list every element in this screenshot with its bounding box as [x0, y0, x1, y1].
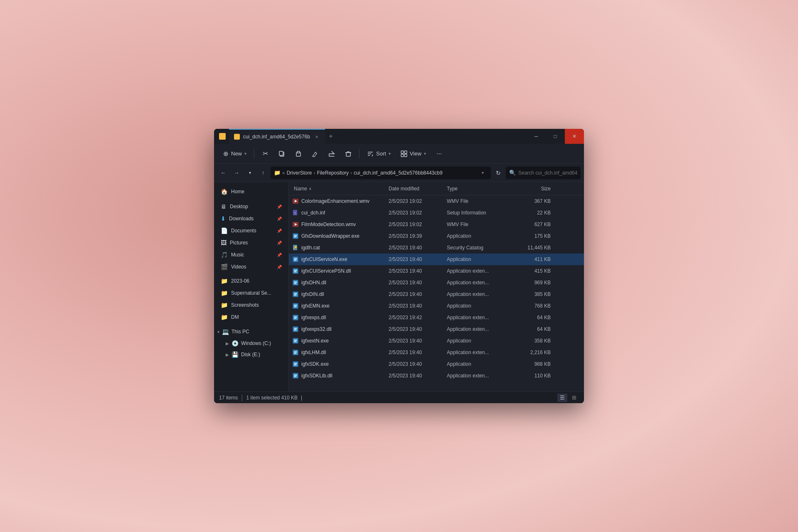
table-row[interactable]: igfxLHM.dll2/5/2023 19:40Application ext…: [289, 347, 584, 358]
address-path[interactable]: 📁 « DriverStore › FileRepository › cui_d…: [271, 167, 491, 179]
file-date: 2/5/2023 19:40: [389, 350, 447, 355]
sidebar-item-windows-c[interactable]: ▶ 💿 Windows (C:): [216, 338, 287, 349]
table-row[interactable]: igfxexps.dll2/5/2023 19:42Application ex…: [289, 312, 584, 323]
view-button[interactable]: View ▾: [397, 146, 430, 161]
svg-rect-33: [294, 270, 297, 271]
cut-button[interactable]: ✂: [258, 146, 273, 161]
col-type-header[interactable]: Type: [447, 186, 513, 192]
col-size-header[interactable]: Size: [513, 186, 551, 192]
main-content: 🏠 Home 🖥 Desktop 📌 ⬇ Downloads 📌 📄 Docum…: [214, 182, 584, 392]
file-name: igdlh.cat: [301, 245, 320, 251]
sidebar-item-screenshots[interactable]: 📁 Screenshots: [216, 299, 287, 311]
table-row[interactable]: igfxDIN.dll2/5/2023 19:40Application ext…: [289, 288, 584, 300]
breadcrumb-dropdown[interactable]: ▾: [482, 170, 488, 175]
thispc-chevron: ▾: [217, 330, 219, 334]
close-button[interactable]: ✕: [565, 129, 584, 144]
thispc-section[interactable]: ▾ 💻 This PC: [214, 326, 288, 337]
downloads-label: Downloads: [229, 216, 254, 222]
sidebar-item-disk-e[interactable]: ▶ 💾 Disk (E:): [216, 349, 287, 360]
new-button[interactable]: ⊕ New ▾: [219, 146, 251, 161]
file-name: igfxCUIServicePSN.dll: [301, 268, 351, 274]
table-row[interactable]: GfxDownloadWrapper.exe2/5/2023 19:39Appl…: [289, 230, 584, 242]
downloads-pin: 📌: [277, 217, 282, 221]
paste-button[interactable]: [291, 146, 306, 161]
table-row[interactable]: igfxCUIServicePSN.dll2/5/2023 19:40Appli…: [289, 265, 584, 277]
search-box[interactable]: 🔍: [506, 167, 581, 179]
col-date-header[interactable]: Date modified: [389, 186, 447, 192]
view-dropdown-icon: ▾: [424, 151, 426, 156]
disk-label: Disk (E:): [241, 352, 260, 357]
tab-close-button[interactable]: ✕: [313, 133, 320, 140]
file-name: igfxSDKLib.dll: [301, 373, 332, 379]
file-name: igfxCUIServiceN.exe: [301, 256, 347, 262]
file-size: 2,216 KB: [513, 350, 551, 355]
sidebar-item-dm[interactable]: 📁 DM: [216, 311, 287, 323]
forward-button[interactable]: →: [231, 167, 242, 179]
downloads-icon: ⬇: [221, 215, 226, 222]
sidebar-item-downloads[interactable]: ⬇ Downloads 📌: [216, 213, 287, 224]
new-tab-button[interactable]: +: [325, 131, 337, 142]
search-input[interactable]: [518, 170, 577, 176]
col-name-header[interactable]: Name ∧: [289, 186, 389, 192]
table-row[interactable]: FilmModeDetection.wmv2/5/2023 19:02WMV F…: [289, 219, 584, 230]
svg-rect-64: [293, 362, 298, 366]
table-row[interactable]: igfxSDKLib.dll2/5/2023 19:40Application …: [289, 370, 584, 382]
table-row[interactable]: igfxSDK.exe2/5/2023 19:40Application988 …: [289, 358, 584, 370]
sidebar-item-2023-06[interactable]: 📁 2023-06: [216, 275, 287, 287]
tab-folder-icon: [234, 134, 240, 140]
sidebar-item-supernatural[interactable]: 📁 Supernatural Se...: [216, 287, 287, 299]
table-row[interactable]: igfxextN.exe2/5/2023 19:40Application358…: [289, 335, 584, 347]
sidebar-item-music[interactable]: 🎵 Music 📌: [216, 249, 287, 261]
sidebar-item-desktop[interactable]: 🖥 Desktop 📌: [216, 201, 287, 212]
minimize-button[interactable]: ─: [527, 129, 546, 144]
file-list: ColorImageEnhancement.wmv2/5/2023 19:02W…: [289, 195, 584, 392]
search-icon: 🔍: [509, 170, 516, 176]
file-date: 2/5/2023 19:42: [389, 315, 447, 320]
file-type: Application: [447, 361, 513, 367]
detail-view-toggle[interactable]: ⊞: [569, 394, 579, 402]
copy-button[interactable]: [274, 146, 289, 161]
svg-rect-40: [293, 292, 298, 296]
maximize-button[interactable]: □: [546, 129, 565, 144]
file-type: WMV File: [447, 222, 513, 227]
up-button[interactable]: ↑: [257, 167, 269, 179]
file-name: FilmModeDetection.wmv: [301, 222, 356, 227]
table-row[interactable]: igfxCUIServiceN.exe2/5/2023 19:40Applica…: [289, 254, 584, 265]
table-row[interactable]: igfxexps32.dll2/5/2023 19:40Application …: [289, 323, 584, 335]
file-date: 2/5/2023 19:40: [389, 303, 447, 309]
windows-icon: 💿: [232, 340, 239, 347]
file-size: 110 KB: [513, 373, 551, 379]
back-button[interactable]: ←: [217, 167, 229, 179]
sort-button[interactable]: Sort ▾: [363, 146, 395, 161]
window-controls: ─ □ ✕: [527, 129, 584, 144]
table-row[interactable]: ColorImageEnhancement.wmv2/5/2023 19:02W…: [289, 195, 584, 207]
breadcrumb-driverstore[interactable]: DriverStore: [287, 170, 312, 176]
file-size: 175 KB: [513, 233, 551, 239]
table-row[interactable]: igfxDHN.dll2/5/2023 19:40Application ext…: [289, 277, 584, 288]
file-date: 2/5/2023 19:40: [389, 256, 447, 262]
recent-button[interactable]: ▾: [244, 167, 256, 179]
share-button[interactable]: [324, 146, 339, 161]
delete-button[interactable]: [341, 146, 356, 161]
svg-rect-28: [293, 257, 298, 261]
active-tab[interactable]: cui_dch.inf_amd64_5d2e576b ✕: [229, 129, 325, 144]
sidebar-item-pictures[interactable]: 🖼 Pictures 📌: [216, 237, 287, 249]
table-row[interactable]: 🔑igdlh.cat2/5/2023 19:40Security Catalog…: [289, 242, 584, 254]
sidebar-item-documents[interactable]: 📄 Documents 📌: [216, 225, 287, 236]
table-row[interactable]: icui_dch.inf2/5/2023 19:02Setup Informat…: [289, 207, 584, 219]
refresh-button[interactable]: ↻: [493, 167, 504, 179]
toolbar: ⊕ New ▾ ✂ Sort ▾ View ▾: [214, 144, 584, 164]
file-date: 2/5/2023 19:40: [389, 326, 447, 332]
music-icon: 🎵: [221, 251, 228, 258]
breadcrumb-filerepository[interactable]: FileRepository: [317, 170, 349, 176]
rename-button[interactable]: [308, 146, 323, 161]
sidebar-item-videos[interactable]: 🎬 Videos 📌: [216, 261, 287, 273]
file-type: Application: [447, 256, 513, 262]
sidebar-item-home[interactable]: 🏠 Home: [216, 186, 287, 197]
breadcrumb-current[interactable]: cui_dch.inf_amd64_5d2e576bb8443cb9: [354, 170, 443, 176]
more-button[interactable]: ···: [432, 146, 447, 161]
table-row[interactable]: igfxEMN.exe2/5/2023 19:40Application768 …: [289, 300, 584, 312]
col-date-label: Date modified: [389, 186, 419, 192]
folder-2023-06-label: 2023-06: [231, 278, 249, 284]
list-view-toggle[interactable]: ☰: [557, 394, 567, 402]
